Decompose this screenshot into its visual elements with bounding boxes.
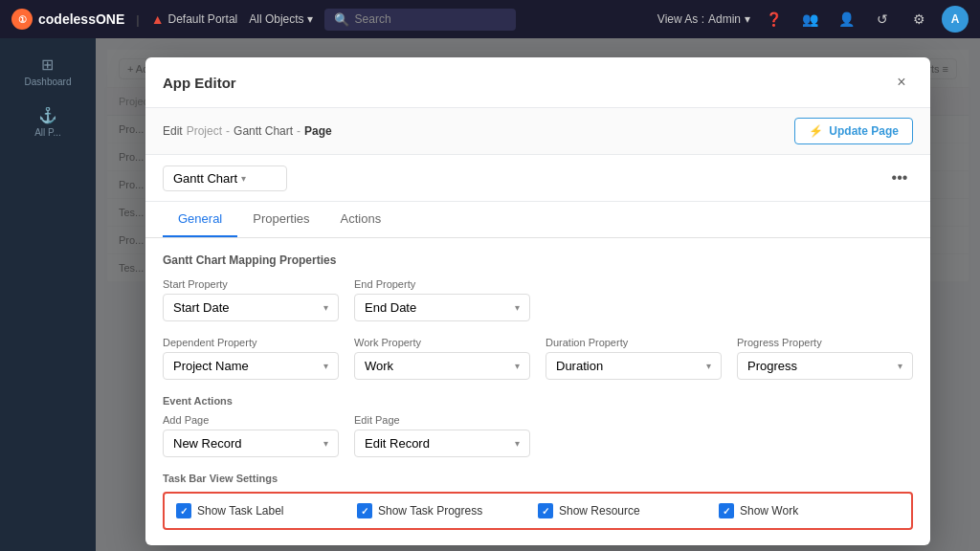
dependent-property-group: Dependent Property Project Name ▾ (163, 337, 339, 380)
logo-icon: ① (11, 9, 33, 30)
work-property-label: Work Property (354, 337, 530, 348)
start-property-select[interactable]: Start Date ▾ (163, 294, 339, 321)
users-icon[interactable]: 👥 (796, 6, 823, 33)
work-property-select[interactable]: Work ▾ (354, 352, 530, 380)
main-layout: ⊞ Dashboard ⚓ All P... + Add ✏ Export ▾ … (0, 38, 980, 551)
show-work-item[interactable]: Show Work (719, 503, 900, 518)
add-page-select[interactable]: New Record ▾ (163, 430, 339, 457)
chart-type-selector[interactable]: Gantt Chart ▾ (163, 165, 287, 191)
sidebar-item-project[interactable]: ⚓ All P... (29, 100, 67, 143)
add-page-arrow: ▾ (323, 438, 328, 449)
work-property-group: Work Property Work ▾ (354, 337, 530, 380)
taskbar-section: Task Bar View Settings Show Task Label S… (163, 473, 913, 530)
breadcrumb: Edit Project - Gantt Chart - Page (163, 124, 332, 138)
tab-properties[interactable]: Properties (237, 202, 324, 237)
start-end-row: Start Property Start Date ▾ End Property… (163, 278, 913, 321)
end-property-value: End Date (365, 300, 416, 315)
view-as-selector[interactable]: View As : Admin ▾ (657, 12, 750, 26)
modal-close-button[interactable]: × (890, 71, 913, 94)
show-task-label-checkbox[interactable] (176, 503, 191, 518)
app-logo[interactable]: ① codelessONE (11, 9, 124, 30)
edit-page-group: Edit Page Edit Record ▾ (354, 414, 530, 457)
modal-body: Gantt Chart Mapping Properties Start Pro… (145, 238, 930, 545)
search-input[interactable] (355, 12, 470, 26)
settings-icon[interactable]: ⚙ (905, 6, 932, 33)
all-objects-selector[interactable]: All Objects ▾ (249, 12, 312, 26)
show-task-progress-text: Show Task Progress (378, 504, 482, 518)
modal-header: App Editor × (145, 57, 930, 108)
avatar[interactable]: A (942, 6, 969, 33)
dashboard-icon: ⊞ (41, 55, 54, 74)
modal-overlay: App Editor × Edit Project - Gantt Chart … (96, 38, 980, 551)
add-edit-page-row: Add Page New Record ▾ Edit Page Edit Rec… (163, 414, 913, 457)
dependent-work-row: Dependent Property Project Name ▾ Work P… (163, 337, 913, 380)
modal-sub-header: Edit Project - Gantt Chart - Page ⚡ Upda… (145, 108, 930, 155)
app-editor-modal: App Editor × Edit Project - Gantt Chart … (145, 57, 930, 545)
update-page-button[interactable]: ⚡ Update Page (794, 118, 913, 144)
more-options-button[interactable]: ••• (886, 165, 913, 191)
duration-property-arrow: ▾ (706, 361, 711, 371)
breadcrumb-gantt: Gantt Chart (234, 124, 293, 138)
breadcrumb-sep2: - (297, 124, 301, 138)
taskbar-checkboxes: Show Task Label Show Task Progress Show … (163, 492, 913, 530)
edit-page-value: Edit Record (365, 436, 430, 451)
portal-selector[interactable]: ▲ Default Portal (151, 11, 238, 27)
end-property-select[interactable]: End Date ▾ (354, 294, 530, 321)
work-property-value: Work (365, 359, 393, 373)
event-actions-label: Event Actions (163, 395, 913, 407)
show-work-checkbox[interactable] (719, 503, 734, 518)
show-resource-checkbox[interactable] (538, 503, 553, 518)
show-resource-item[interactable]: Show Resource (538, 503, 719, 518)
admin-label: Admin (708, 12, 741, 26)
progress-property-label: Progress Property (737, 337, 913, 348)
progress-property-arrow: ▾ (898, 361, 902, 371)
breadcrumb-edit: Edit (163, 124, 183, 138)
tab-general[interactable]: General (163, 202, 237, 237)
show-task-progress-checkbox[interactable] (357, 503, 372, 518)
all-objects-label: All Objects (249, 12, 303, 26)
help-icon[interactable]: ❓ (760, 6, 787, 33)
search-bar[interactable]: 🔍 (324, 9, 516, 31)
dependent-property-arrow: ▾ (323, 361, 328, 371)
dependent-property-select[interactable]: Project Name ▾ (163, 352, 339, 380)
breadcrumb-project: Project (187, 124, 222, 138)
view-as-label: View As : (657, 12, 704, 26)
add-page-label: Add Page (163, 414, 339, 426)
show-task-label-item[interactable]: Show Task Label (176, 503, 357, 518)
sidebar-item-dashboard[interactable]: ⊞ Dashboard (19, 50, 78, 93)
show-work-text: Show Work (740, 504, 798, 518)
section-title: Gantt Chart Mapping Properties (163, 253, 913, 267)
sidebar: ⊞ Dashboard ⚓ All P... (0, 38, 96, 551)
sidebar-dashboard-label: Dashboard (25, 77, 72, 87)
portal-icon: ▲ (151, 11, 165, 27)
progress-property-value: Progress (747, 359, 797, 373)
edit-page-select[interactable]: Edit Record ▾ (354, 430, 530, 457)
update-page-label: Update Page (829, 124, 899, 138)
profile-icon[interactable]: 👤 (833, 6, 859, 33)
end-property-label: End Property (354, 278, 530, 290)
duration-property-select[interactable]: Duration ▾ (546, 352, 722, 380)
sidebar-project-label: All P... (34, 127, 61, 138)
start-property-label: Start Property (163, 278, 339, 290)
breadcrumb-sep1: - (226, 124, 230, 138)
app-name: codelessONE (38, 11, 124, 27)
view-as-arrow: ▾ (745, 12, 750, 26)
progress-property-group: Progress Property Progress ▾ (737, 337, 913, 380)
end-property-group: End Property End Date ▾ (354, 278, 530, 321)
start-property-group: Start Property Start Date ▾ (163, 278, 339, 321)
dependent-property-label: Dependent Property (163, 337, 339, 348)
search-icon: 🔍 (334, 12, 349, 27)
modal-title: App Editor (163, 75, 236, 91)
portal-label: Default Portal (168, 12, 238, 26)
progress-property-select[interactable]: Progress ▾ (737, 352, 913, 380)
show-task-progress-item[interactable]: Show Task Progress (357, 503, 538, 518)
chart-select-arrow: ▾ (241, 173, 246, 184)
modal-tabs: General Properties Actions (145, 202, 930, 238)
edit-page-label: Edit Page (354, 414, 530, 426)
breadcrumb-page: Page (304, 124, 332, 138)
history-icon[interactable]: ↺ (869, 6, 896, 33)
content-area: + Add ✏ Export ▾ Charts ≡ Project Jan 26… (96, 38, 980, 551)
start-property-arrow: ▾ (323, 302, 328, 313)
tab-actions[interactable]: Actions (325, 202, 397, 237)
add-page-group: Add Page New Record ▾ (163, 414, 339, 457)
